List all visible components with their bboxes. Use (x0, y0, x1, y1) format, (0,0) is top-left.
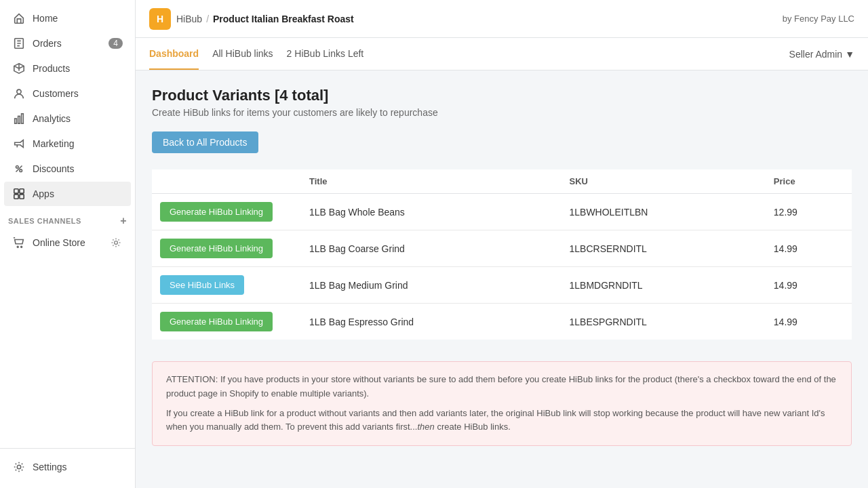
variant-title: 1LB Bag Coarse Grind (301, 230, 561, 267)
sidebar-item-discounts[interactable]: Discounts (4, 157, 131, 181)
sidebar-item-analytics[interactable]: Analytics (4, 106, 131, 131)
svg-rect-4 (22, 114, 24, 123)
page-title: Product Variants [4 total] (152, 87, 852, 104)
sidebar-item-home-label: Home (33, 13, 123, 24)
page-content: Product Variants [4 total] Create HiBub … (136, 70, 868, 488)
variant-title: 1LB Bag Medium Grind (301, 267, 561, 304)
sidebar-item-marketing[interactable]: Marketing (4, 131, 131, 156)
marketing-icon (12, 137, 26, 150)
sidebar-item-online-store-label: Online Store (33, 237, 102, 248)
col-action (152, 169, 301, 194)
variant-price: 14.99 (766, 267, 852, 304)
subnav-tabs: Dashboard All HiBub links 2 HiBub Links … (149, 39, 363, 70)
svg-rect-8 (20, 189, 24, 193)
svg-point-5 (16, 166, 19, 169)
svg-point-6 (20, 169, 22, 172)
variant-sku: 1LBCRSERNDITL (561, 230, 766, 267)
breadcrumb-separator: / (206, 14, 209, 24)
seller-admin-label: Seller Admin (789, 49, 843, 60)
svg-rect-3 (18, 116, 20, 123)
variant-title: 1LB Bag Whole Beans (301, 194, 561, 230)
page-subtitle: Create HiBub links for items your custom… (152, 107, 852, 118)
svg-rect-10 (20, 195, 24, 199)
add-sales-channel-icon[interactable]: + (120, 215, 127, 227)
sidebar-item-settings-label: Settings (33, 462, 123, 472)
logo-text: H (157, 14, 163, 24)
svg-rect-9 (14, 195, 18, 199)
attention-box: ATTENTION: If you have products in your … (152, 361, 852, 446)
table-row: Generate HiBub Linking1LB Bag Whole Bean… (152, 194, 852, 230)
online-store-settings-icon[interactable] (109, 236, 123, 249)
tab-hibub-links-left[interactable]: 2 HiBub Links Left (287, 39, 364, 70)
sidebar: Home Orders 4 Products (0, 0, 136, 488)
sidebar-bottom: Settings (0, 448, 135, 488)
sidebar-item-apps-label: Apps (33, 188, 123, 199)
products-icon (12, 62, 26, 75)
col-title: Title (301, 169, 561, 194)
back-to-all-products-button[interactable]: Back to All Products (152, 131, 258, 153)
analytics-icon (12, 112, 26, 125)
sidebar-nav: Home Orders 4 Products (0, 0, 135, 448)
orders-badge: 4 (108, 38, 123, 49)
col-sku: SKU (561, 169, 766, 194)
sidebar-item-analytics-label: Analytics (33, 113, 123, 124)
variant-title: 1LB Bag Espresso Grind (301, 304, 561, 340)
svg-point-11 (17, 246, 18, 247)
col-price: Price (766, 169, 852, 194)
customers-icon (12, 87, 26, 100)
breadcrumb: HiBub / Product Italian Breakfast Roast (176, 14, 354, 24)
table-row: Generate HiBub Linking1LB Bag Coarse Gri… (152, 230, 852, 267)
sales-channels-label: SALES CHANNELS (8, 217, 81, 225)
variant-sku: 1LBWHOLEITLBN (561, 194, 766, 230)
variant-sku: 1LBESPGRNDITL (561, 304, 766, 340)
subnav: Dashboard All HiBub links 2 HiBub Links … (136, 38, 868, 70)
seller-admin-dropdown[interactable]: Seller Admin ▼ (789, 49, 854, 60)
svg-point-13 (115, 241, 118, 245)
table-row: Generate HiBub Linking1LB Bag Espresso G… (152, 304, 852, 340)
svg-rect-2 (15, 119, 17, 123)
sales-channels-section: SALES CHANNELS + (0, 207, 135, 230)
online-store-icon (12, 236, 26, 249)
breadcrumb-page: Product Italian Breakfast Roast (213, 14, 354, 24)
table-row: See HiBub Links1LB Bag Medium Grind1LBMD… (152, 267, 852, 304)
settings-icon (12, 460, 26, 474)
generate-hibub-linking-button-0[interactable]: Generate HiBub Linking (160, 202, 273, 222)
generate-hibub-linking-button-3[interactable]: Generate HiBub Linking (160, 312, 273, 331)
discounts-icon (12, 162, 26, 176)
sidebar-item-customers[interactable]: Customers (4, 81, 131, 106)
sidebar-item-orders-label: Orders (33, 38, 102, 49)
sidebar-item-apps[interactable]: Apps (4, 182, 131, 206)
tab-dashboard[interactable]: Dashboard (149, 39, 199, 70)
sidebar-item-discounts-label: Discounts (33, 163, 123, 174)
svg-point-1 (17, 89, 21, 94)
see-hibub-links-button-2[interactable]: See HiBub Links (160, 275, 244, 295)
variant-price: 14.99 (766, 304, 852, 340)
sidebar-item-customers-label: Customers (33, 88, 123, 99)
attention-line2: If you create a HiBub link for a product… (166, 407, 837, 435)
breadcrumb-store[interactable]: HiBub (176, 14, 202, 24)
topbar-left: H HiBub / Product Italian Breakfast Roas… (149, 8, 354, 30)
variant-sku: 1LBMDGRNDITL (561, 267, 766, 304)
sidebar-item-products[interactable]: Products (4, 56, 131, 81)
sidebar-item-online-store[interactable]: Online Store (4, 230, 131, 255)
svg-point-12 (21, 246, 22, 247)
generate-hibub-linking-button-1[interactable]: Generate HiBub Linking (160, 239, 273, 258)
attention-line1: ATTENTION: If you have products in your … (166, 373, 837, 401)
orders-icon (12, 37, 26, 50)
sidebar-item-orders[interactable]: Orders 4 (4, 31, 131, 56)
sidebar-item-settings[interactable]: Settings (4, 455, 131, 479)
tab-all-hibub-links[interactable]: All HiBub links (212, 39, 273, 70)
main-content: H HiBub / Product Italian Breakfast Roas… (136, 0, 868, 488)
topbar: H HiBub / Product Italian Breakfast Roas… (136, 0, 868, 38)
chevron-down-icon: ▼ (845, 49, 854, 60)
apps-icon (12, 187, 26, 201)
sidebar-item-home[interactable]: Home (4, 6, 131, 30)
sidebar-item-marketing-label: Marketing (33, 138, 123, 149)
svg-rect-7 (14, 189, 18, 193)
variant-price: 12.99 (766, 194, 852, 230)
svg-point-14 (17, 465, 20, 468)
topbar-attribution: by Fency Pay LLC (783, 14, 854, 24)
variant-price: 14.99 (766, 230, 852, 267)
topbar-logo: H (149, 8, 171, 30)
home-icon (12, 12, 26, 25)
